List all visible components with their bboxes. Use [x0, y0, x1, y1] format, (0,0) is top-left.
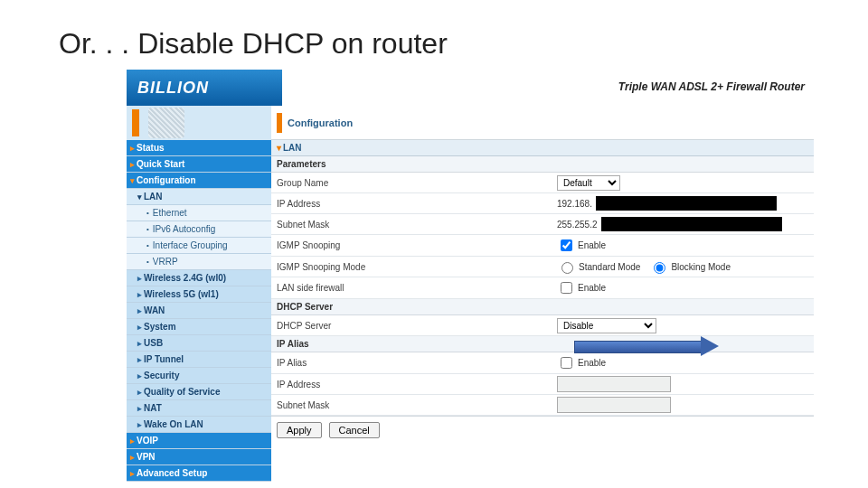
- radio-blocking-input[interactable]: [654, 262, 665, 274]
- sidebar-item-2[interactable]: ▾Configuration: [127, 173, 271, 189]
- label-igmp-snoop: IGMP Snooping: [277, 240, 557, 250]
- label-lan-firewall: LAN side firewall: [277, 283, 557, 293]
- section-ip-alias: IP Alias: [271, 336, 814, 352]
- sidebar-item-19[interactable]: ▸VPN: [127, 449, 271, 465]
- sidebar-item-16[interactable]: ▸NAT: [127, 400, 271, 417]
- sidebar-item-18[interactable]: ▸VOIP: [127, 433, 271, 449]
- sidebar-item-14[interactable]: ▸Security: [127, 368, 271, 384]
- apply-button[interactable]: Apply: [277, 422, 322, 438]
- ribbon-left: [127, 106, 271, 140]
- field-dhcp-server: DHCP Server Disable: [271, 315, 814, 336]
- field-subnet: Subnet Mask 255.255.2: [271, 214, 814, 235]
- sidebar-item-6[interactable]: •Interface Grouping: [127, 238, 271, 254]
- chevron-icon: ▾: [130, 176, 135, 185]
- sidebar-item-label: NAT: [144, 403, 162, 413]
- router-admin-screenshot: BILLION Triple WAN ADSL 2+ Firewall Rout…: [127, 70, 814, 482]
- chevron-icon: ▸: [137, 290, 142, 299]
- chevron-icon: ▸: [137, 339, 142, 348]
- chevron-icon: ▸: [137, 404, 142, 413]
- decorative-image: [148, 108, 184, 138]
- input-alias-ip[interactable]: [557, 376, 671, 392]
- sidebar-item-20[interactable]: ▸Advanced Setup: [127, 465, 271, 482]
- bullet-icon: •: [146, 225, 149, 233]
- button-row: Apply Cancel: [271, 416, 814, 444]
- device-model: Triple WAN ADSL 2+ Firewall Router: [618, 80, 805, 93]
- section-lan-label: LAN: [283, 143, 302, 153]
- radio-blocking-mode[interactable]: Blocking Mode: [649, 259, 731, 274]
- radio-standard-label: Standard Mode: [579, 262, 640, 272]
- subnet-prefix: 255.255.2: [557, 220, 598, 230]
- input-alias-subnet[interactable]: [557, 397, 671, 413]
- section-dhcp: DHCP Server: [271, 299, 814, 315]
- cancel-button[interactable]: Cancel: [329, 422, 380, 438]
- sidebar-item-label: System: [144, 322, 176, 332]
- label-group-name: Group Name: [277, 178, 557, 188]
- sidebar-item-4[interactable]: •Ethernet: [127, 205, 271, 221]
- sidebar-item-label: Ethernet: [153, 208, 187, 218]
- select-group-name[interactable]: Default: [557, 175, 620, 191]
- field-igmp-mode: IGMP Snooping Mode Standard Mode Blockin…: [271, 257, 814, 277]
- sidebar-item-11[interactable]: ▸System: [127, 319, 271, 335]
- field-alias-ip: IP Address: [271, 374, 814, 395]
- label-subnet: Subnet Mask: [277, 220, 557, 230]
- sidebar-item-3[interactable]: ▾LAN: [127, 189, 271, 205]
- sidebar-item-label: VPN: [137, 452, 156, 462]
- sidebar-item-12[interactable]: ▸USB: [127, 335, 271, 352]
- select-dhcp-server[interactable]: Disable: [557, 318, 656, 333]
- chevron-icon: ▸: [137, 306, 142, 315]
- sidebar-item-5[interactable]: •IPv6 Autoconfig: [127, 221, 271, 238]
- checkbox-igmp-snoop[interactable]: Enable: [557, 237, 606, 254]
- checkbox-lan-firewall[interactable]: Enable: [557, 279, 606, 296]
- sidebar-item-label: WAN: [144, 305, 165, 315]
- orange-accent: [132, 109, 139, 136]
- bullet-icon: •: [146, 241, 149, 249]
- chevron-icon: ▸: [137, 371, 142, 380]
- sidebar-item-10[interactable]: ▸WAN: [127, 303, 271, 319]
- chevron-icon: ▸: [137, 355, 142, 364]
- radio-standard-mode[interactable]: Standard Mode: [557, 259, 640, 274]
- field-lan-firewall: LAN side firewall Enable: [271, 277, 814, 299]
- chevron-icon: ▸: [137, 420, 142, 429]
- chevron-icon: ▸: [130, 144, 135, 153]
- sidebar-item-label: USB: [144, 338, 163, 348]
- field-ip-alias-enable: IP Alias Enable: [271, 352, 814, 374]
- checkbox-ip-alias[interactable]: Enable: [557, 354, 606, 371]
- label-dhcp-server: DHCP Server: [277, 321, 557, 331]
- bullet-icon: •: [146, 258, 149, 266]
- sidebar-item-label: VOIP: [137, 436, 158, 446]
- section-parameters: Parameters: [271, 156, 814, 173]
- sidebar-item-label: VRRP: [153, 257, 178, 267]
- sidebar-item-9[interactable]: ▸Wireless 5G (wl1): [127, 286, 271, 303]
- sidebar-item-0[interactable]: ▸Status: [127, 140, 271, 156]
- field-igmp-snoop: IGMP Snooping Enable: [271, 235, 814, 257]
- sidebar-item-label: Security: [144, 371, 179, 380]
- chevron-icon: ▸: [130, 453, 135, 462]
- sidebar-item-15[interactable]: ▸Quality of Service: [127, 384, 271, 400]
- redacted-subnet: [601, 217, 782, 231]
- checkbox-ip-alias-input[interactable]: [561, 357, 572, 369]
- sidebar-item-13[interactable]: ▸IP Tunnel: [127, 352, 271, 368]
- ribbon: Configuration: [127, 106, 814, 140]
- sidebar-item-17[interactable]: ▸Wake On LAN: [127, 417, 271, 433]
- sidebar-item-8[interactable]: ▸Wireless 2.4G (wl0): [127, 270, 271, 286]
- sidebar-item-1[interactable]: ▸Quick Start: [127, 156, 271, 173]
- ribbon-right: Configuration: [271, 106, 814, 140]
- sidebar-item-label: Interface Grouping: [153, 240, 228, 250]
- header-bar: BILLION Triple WAN ADSL 2+ Firewall Rout…: [127, 70, 814, 106]
- section-lan: ▾LAN: [271, 140, 814, 156]
- checkbox-ip-alias-label: Enable: [578, 358, 606, 368]
- sidebar-item-7[interactable]: •VRRP: [127, 254, 271, 270]
- checkbox-lan-fw-input[interactable]: [561, 282, 572, 294]
- redacted-ip: [596, 196, 777, 211]
- sidebar-item-label: IP Tunnel: [144, 354, 184, 364]
- checkbox-igmp-snoop-input[interactable]: [561, 239, 572, 251]
- sidebar-item-label: Quality of Service: [144, 387, 220, 397]
- sidebar-item-label: IPv6 Autoconfig: [153, 224, 216, 234]
- sidebar-item-label: Wireless 5G (wl1): [144, 289, 219, 299]
- ribbon-title: Configuration: [288, 117, 353, 128]
- chevron-icon: ▸: [137, 274, 142, 283]
- label-alias-subnet: Subnet Mask: [277, 400, 557, 410]
- ip-prefix: 192.168.: [557, 199, 592, 209]
- sidebar-item-label: Advanced Setup: [137, 468, 207, 478]
- radio-standard-input[interactable]: [561, 262, 573, 274]
